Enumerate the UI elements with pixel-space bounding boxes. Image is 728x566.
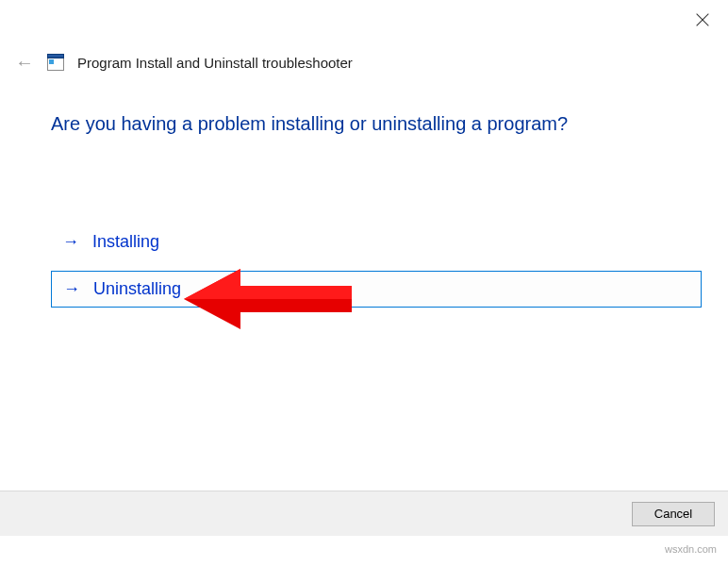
arrow-right-icon: → xyxy=(62,232,79,252)
footer: Cancel xyxy=(0,491,728,536)
close-icon[interactable] xyxy=(694,11,711,28)
app-icon xyxy=(47,54,64,71)
option-label: Uninstalling xyxy=(93,279,181,299)
options-list: → Installing → Uninstalling xyxy=(51,225,702,319)
arrow-right-icon: → xyxy=(63,279,80,299)
header: ← Program Install and Uninstall troubles… xyxy=(15,53,353,72)
option-uninstalling[interactable]: → Uninstalling xyxy=(51,271,702,308)
window-title: Program Install and Uninstall troublesho… xyxy=(77,55,353,71)
watermark: wsxdn.com xyxy=(665,543,717,555)
page-heading: Are you having a problem installing or u… xyxy=(51,113,568,135)
back-arrow-icon[interactable]: ← xyxy=(15,53,34,72)
cancel-button[interactable]: Cancel xyxy=(632,502,715,526)
option-installing[interactable]: → Installing xyxy=(51,225,702,259)
option-label: Installing xyxy=(92,232,159,252)
